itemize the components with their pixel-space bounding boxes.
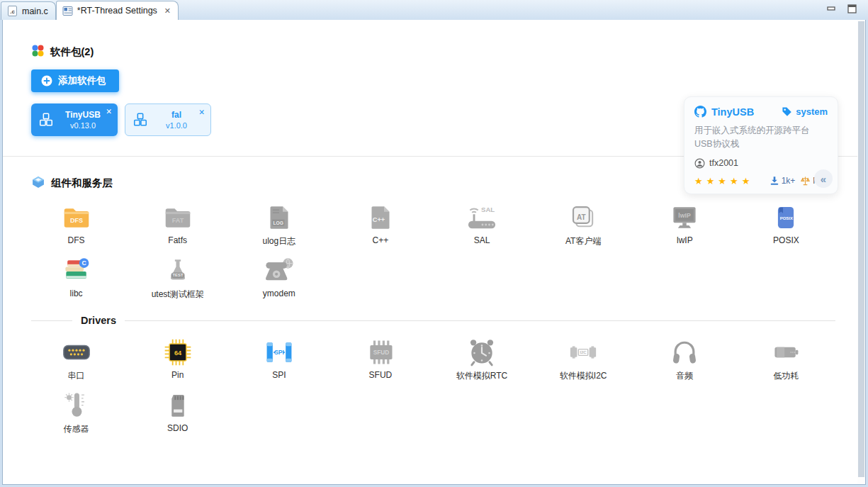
driver-item-8[interactable]: 低功耗 <box>735 336 837 382</box>
divider-line <box>31 320 72 321</box>
tab-main-c[interactable]: .c main.c <box>1 1 56 20</box>
package-chip-fal[interactable]: fal v1.0.0 ✕ <box>125 103 211 136</box>
editor-frame: 软件包(2) 添加软件包 TinyUSB v0.13.0 ✕ <box>0 20 868 487</box>
battery-icon <box>769 336 803 369</box>
svg-text:I2C: I2C <box>580 349 587 354</box>
component-label: ulog日志 <box>262 235 295 247</box>
tab-label: main.c <box>22 6 48 16</box>
maximize-icon[interactable] <box>847 4 857 13</box>
view-controls <box>827 4 857 13</box>
editor-tab-bar: .c main.c *RT-Thread Settings ✕ <box>0 0 868 20</box>
component-item-8[interactable]: POSIXPOSIX <box>735 201 837 247</box>
component-item-10[interactable]: TESTutest测试框架 <box>127 254 228 301</box>
folder-icon: FAT <box>161 201 195 234</box>
package-detail-header: TinyUSB system <box>694 106 828 118</box>
driver-item-3[interactable]: SPISPI <box>228 336 329 382</box>
driver-item-7[interactable]: 音频 <box>634 336 735 382</box>
component-label: DFS <box>68 235 85 245</box>
rt-thread-settings-editor: 软件包(2) 添加软件包 TinyUSB v0.13.0 ✕ <box>2 20 866 485</box>
rt-thread-studio-window: .c main.c *RT-Thread Settings ✕ <box>0 0 868 487</box>
github-icon <box>694 106 706 118</box>
svg-text:AT: AT <box>577 213 587 221</box>
packages-section: 软件包(2) 添加软件包 TinyUSB v0.13.0 ✕ <box>3 20 865 136</box>
component-item-6[interactable]: ATAT客户端 <box>533 201 634 247</box>
components-cube-icon <box>31 175 45 191</box>
svg-text:FAT: FAT <box>171 217 184 224</box>
chip-icon: 64 <box>161 336 195 369</box>
driver-item-2[interactable]: 64Pin <box>127 336 228 382</box>
vertical-scrollbar[interactable] <box>857 20 865 484</box>
driver-item-9[interactable]: 传感器 <box>26 389 127 435</box>
component-label: libc <box>70 289 83 298</box>
component-label: AT客户端 <box>565 235 601 247</box>
minimize-icon[interactable] <box>827 4 836 13</box>
remove-package-icon[interactable]: ✕ <box>198 108 205 116</box>
svg-text:POSIX: POSIX <box>780 216 793 220</box>
component-item-2[interactable]: FATFatfs <box>127 201 228 247</box>
headphones-icon <box>667 336 701 369</box>
component-item-11[interactable]: ymodem <box>228 254 329 301</box>
component-label: ymodem <box>263 289 295 298</box>
clock-icon <box>465 336 499 369</box>
component-item-7[interactable]: lwIPlwIP <box>634 201 735 247</box>
driver-item-5[interactable]: 软件模拟RTC <box>432 336 533 382</box>
component-item-1[interactable]: DFSDFS <box>26 201 127 247</box>
driver-item-10[interactable]: SDIO <box>127 389 228 435</box>
svg-text:C: C <box>81 259 86 267</box>
driver-item-6[interactable]: I2C软件模拟I2C <box>533 336 634 382</box>
c-file-icon: .c <box>7 6 18 16</box>
books-icon: C <box>60 254 94 287</box>
svg-text:lwIP: lwIP <box>679 212 692 219</box>
package-description: 用于嵌入式系统的开源跨平台USB协议栈 <box>694 124 828 152</box>
collapse-panel-button[interactable]: « <box>814 169 833 188</box>
close-tab-icon[interactable]: ✕ <box>164 6 171 16</box>
driver-label: 低功耗 <box>773 370 799 382</box>
cppdoc-icon: C++ <box>363 201 398 234</box>
component-label: POSIX <box>773 235 799 245</box>
thermometer-icon <box>60 389 94 422</box>
drivers-divider: Drivers <box>31 315 835 326</box>
tag-icon <box>782 106 792 117</box>
driver-label: 音频 <box>676 370 693 382</box>
driver-label: SFUD <box>369 370 393 380</box>
component-item-3[interactable]: LOGulog日志 <box>228 201 329 247</box>
package-name: fal <box>148 110 205 120</box>
svg-text:TEST: TEST <box>172 273 183 277</box>
tab-rt-thread-settings[interactable]: *RT-Thread Settings ✕ <box>56 1 179 20</box>
svg-text:SFUD: SFUD <box>373 349 390 356</box>
svg-text:SAL: SAL <box>481 206 495 213</box>
plus-circle-icon <box>41 75 52 86</box>
component-item-5[interactable]: SALSAL <box>432 201 533 247</box>
component-label: Fatfs <box>168 235 187 245</box>
driver-item-4[interactable]: SFUDSFUD <box>329 336 431 382</box>
packages-clover-icon <box>31 44 45 60</box>
sfud-icon: SFUD <box>363 336 398 369</box>
spi-icon: SPI <box>262 336 296 369</box>
tag-label: system <box>796 106 828 117</box>
components-grid: DFSDFSFATFatfsLOGulog日志C++C++SALSALATAT客… <box>26 201 837 301</box>
settings-form-icon <box>62 6 73 16</box>
component-label: lwIP <box>677 235 693 245</box>
tab-label: *RT-Thread Settings <box>77 6 157 16</box>
driver-label: SDIO <box>167 423 188 433</box>
serial-icon <box>60 336 94 369</box>
package-tag: system <box>782 106 828 117</box>
svg-text:64: 64 <box>174 349 182 357</box>
components-section-title: 组件和服务层 « <box>3 157 865 191</box>
component-item-4[interactable]: C++C++ <box>329 201 431 247</box>
scrollbar-thumb[interactable] <box>858 21 864 477</box>
drivers-section-title: Drivers <box>72 315 125 326</box>
flask-icon: TEST <box>161 254 195 287</box>
driver-item-1[interactable]: 串口 <box>26 336 127 382</box>
remove-package-icon[interactable]: ✕ <box>106 107 112 116</box>
package-chip-tinyusb[interactable]: TinyUSB v0.13.0 ✕ <box>31 103 118 136</box>
component-item-9[interactable]: Clibc <box>26 254 127 301</box>
add-package-button[interactable]: 添加软件包 <box>31 69 119 92</box>
add-package-label: 添加软件包 <box>58 74 106 87</box>
components-title-text: 组件和服务层 <box>51 177 113 190</box>
divider-line <box>125 320 835 321</box>
package-version: v1.0.0 <box>148 121 205 130</box>
phone-icon <box>262 254 296 287</box>
package-chip-text: TinyUSB v0.13.0 <box>54 110 112 130</box>
package-name: TinyUSB <box>54 110 112 120</box>
